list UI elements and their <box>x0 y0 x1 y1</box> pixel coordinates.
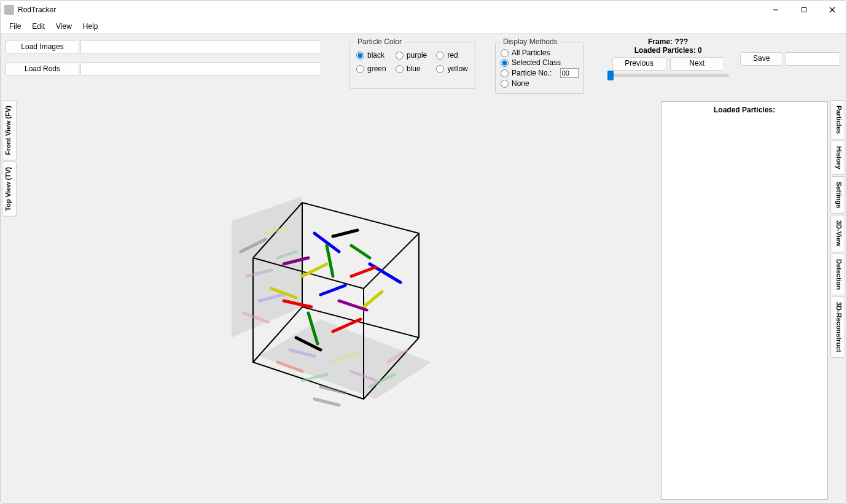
loaded-particles-label: Loaded Particles: 0 <box>634 46 702 55</box>
save-path-field[interactable] <box>786 52 840 66</box>
color-purple[interactable]: purple <box>396 51 428 60</box>
loaded-particles-header: Loaded Particles: <box>665 106 824 114</box>
minimize-button[interactable] <box>762 1 790 19</box>
display-number[interactable]: Particle No.: <box>501 68 579 78</box>
tab-history[interactable]: History <box>830 141 845 175</box>
next-button[interactable]: Next <box>670 57 724 71</box>
viewport-3d[interactable] <box>18 98 660 503</box>
maximize-button[interactable] <box>790 1 818 19</box>
particle-number-input[interactable] <box>560 68 579 78</box>
load-images-button[interactable]: Load Images <box>6 40 79 53</box>
tab-front-view[interactable]: Front View (FV) <box>2 100 17 160</box>
display-methods-group: Display Methods All Particles Selected C… <box>495 37 584 94</box>
tab-3d-view[interactable]: 3D-View <box>830 215 845 252</box>
tab-settings[interactable]: Settings <box>830 176 845 214</box>
toolbar: Load Images Load Rods Particle Color bla… <box>1 34 846 98</box>
tab-particles[interactable]: Particles <box>830 100 845 139</box>
load-rods-button[interactable]: Load Rods <box>6 62 79 76</box>
svg-line-39 <box>321 285 345 295</box>
svg-marker-5 <box>232 196 302 338</box>
frame-slider[interactable] <box>607 74 729 77</box>
svg-line-35 <box>339 301 367 310</box>
cube-render <box>210 178 468 424</box>
save-button[interactable]: Save <box>740 52 783 66</box>
close-button[interactable] <box>818 1 846 19</box>
display-all[interactable]: All Particles <box>501 48 579 57</box>
color-yellow[interactable]: yellow <box>436 64 469 73</box>
loaded-particles-box[interactable]: Loaded Particles: <box>661 101 828 500</box>
right-tab-strip: Particles History Settings 3D-View Detec… <box>829 98 846 503</box>
display-methods-legend: Display Methods <box>501 37 560 46</box>
display-none[interactable]: None <box>501 79 579 88</box>
svg-line-18 <box>314 399 339 405</box>
previous-button[interactable]: Previous <box>612 57 666 71</box>
left-tab-strip: Front View (FV) Top View (TV) <box>1 98 18 503</box>
color-green[interactable]: green <box>356 64 387 73</box>
rods-path-field[interactable] <box>80 62 321 76</box>
tab-detection[interactable]: Detection <box>830 254 845 295</box>
menu-edit[interactable]: Edit <box>27 21 50 32</box>
color-black[interactable]: black <box>356 51 387 60</box>
titlebar: RodTracker <box>1 1 846 19</box>
color-blue[interactable]: blue <box>396 64 428 73</box>
tab-3d-reconstruct[interactable]: 3D-Reconstruct <box>830 297 845 358</box>
svg-line-9 <box>364 233 419 289</box>
menubar: File Edit View Help <box>1 19 846 34</box>
menu-help[interactable]: Help <box>78 21 103 32</box>
main-area: Front View (FV) Top View (TV) <box>1 98 846 503</box>
color-red[interactable]: red <box>436 51 469 60</box>
app-title: RodTracker <box>18 6 762 14</box>
particle-color-group: Particle Color black purple red green bl… <box>349 37 475 89</box>
right-panel: Loaded Particles: <box>660 98 829 503</box>
display-selected[interactable]: Selected Class <box>501 58 579 67</box>
menu-file[interactable]: File <box>4 21 26 32</box>
tab-top-view[interactable]: Top View (TV) <box>2 161 17 217</box>
svg-rect-1 <box>802 8 806 12</box>
svg-line-32 <box>327 246 333 276</box>
load-section: Load Images Load Rods <box>3 37 324 94</box>
images-path-field[interactable] <box>80 40 321 53</box>
app-icon <box>4 5 14 15</box>
save-panel: Save <box>736 37 844 94</box>
frame-label: Frame: ??? <box>648 37 688 46</box>
svg-line-37 <box>333 230 357 236</box>
svg-line-28 <box>364 292 382 307</box>
menu-view[interactable]: View <box>51 21 77 32</box>
svg-line-40 <box>351 246 370 258</box>
particle-color-legend: Particle Color <box>355 37 404 46</box>
app-window: RodTracker File Edit View Help Load Imag… <box>0 0 847 504</box>
frame-panel: Frame: ??? Loaded Particles: 0 Previous … <box>604 37 733 94</box>
slider-thumb[interactable] <box>607 71 614 80</box>
svg-line-12 <box>321 387 345 393</box>
svg-line-30 <box>351 267 376 276</box>
